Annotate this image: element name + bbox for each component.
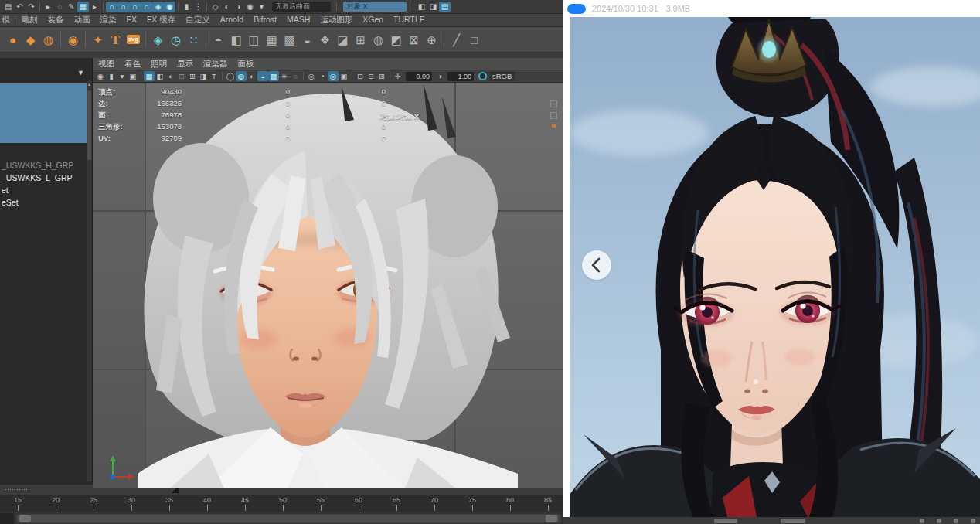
viewport-menu-5[interactable]: 面板: [238, 59, 254, 70]
shelf-tab-运动图形[interactable]: 运动图形: [320, 15, 352, 26]
layout-hypergraph-icon[interactable]: □: [176, 71, 187, 81]
outliner-item[interactable]: _USWKKS_H_GRP: [0, 159, 87, 172]
plugin-display-icon[interactable]: ▣: [339, 71, 349, 81]
view-transform-dropdown[interactable]: sRGB: [489, 71, 515, 81]
target-weld-icon[interactable]: □: [465, 29, 483, 50]
shatter-icon[interactable]: ◩: [387, 29, 405, 50]
subdivide-mesh-icon[interactable]: ▩: [281, 29, 298, 50]
use-all-lights-icon[interactable]: ◒: [257, 71, 268, 81]
layout-four-view-icon[interactable]: ◧: [155, 71, 165, 81]
shelf-tab-mash[interactable]: MASH: [287, 15, 310, 26]
shaded-display-icon[interactable]: ◍: [236, 71, 247, 81]
viewport-menu-1[interactable]: 着色: [124, 59, 141, 70]
panel-resize-strip[interactable]: [0, 484, 93, 495]
range-grip-right[interactable]: [546, 515, 557, 522]
xray-joints-icon[interactable]: ◔: [317, 71, 328, 81]
attribute-editor-toggle-icon[interactable]: ◨: [427, 2, 439, 12]
viewport-menu-4[interactable]: 渲染器: [203, 59, 228, 70]
poly-platonic-icon[interactable]: ◉: [64, 29, 82, 50]
color-management-icon[interactable]: [478, 72, 487, 80]
pane-options-icon[interactable]: ⊞: [376, 71, 387, 81]
viewport-menu-2[interactable]: 照明: [151, 59, 167, 70]
outliner-item[interactable]: eSet: [0, 196, 87, 209]
object-details-icon[interactable]: ◐: [221, 2, 233, 12]
exposure-icon[interactable]: ✛: [393, 71, 403, 81]
field-expand-icon[interactable]: ▾: [256, 2, 267, 12]
gamma-icon[interactable]: ◑: [434, 71, 445, 81]
multi-cut-icon[interactable]: ╱: [447, 29, 465, 50]
select-object-mode-icon[interactable]: ▦: [77, 2, 89, 12]
image-plane-icon[interactable]: ▣: [128, 71, 138, 81]
shelf-tab-fx-缓存[interactable]: FX 缓存: [147, 15, 175, 26]
textured-display-icon[interactable]: ◐: [247, 71, 257, 81]
construction-plane-icon[interactable]: ◈: [149, 29, 167, 50]
symmetry-icon[interactable]: ◇: [209, 2, 221, 12]
modeling-toolkit-toggle-icon[interactable]: ◧: [416, 2, 427, 12]
range-slider-track[interactable]: [16, 514, 561, 523]
range-slider-bar[interactable]: [18, 515, 559, 522]
snap-grid-icon[interactable]: ∩: [106, 2, 117, 12]
mirror-geometry-icon[interactable]: ◫: [245, 29, 263, 50]
toolbar-icon[interactable]: [954, 519, 958, 523]
channel-box-toggle-icon[interactable]: ▤: [439, 2, 451, 12]
poly-count-icon[interactable]: ◑: [233, 2, 244, 12]
wrap-deform-icon[interactable]: ◍: [369, 29, 387, 50]
snap-curve-icon[interactable]: ∩: [117, 2, 129, 12]
shadows-display-icon[interactable]: ▩: [268, 71, 279, 81]
viewport-menu-3[interactable]: 显示: [177, 59, 193, 70]
poly-cube-icon[interactable]: ◆: [22, 29, 39, 50]
layout-outliner-persp-icon[interactable]: ◐: [165, 71, 176, 81]
snap-point-icon[interactable]: ∩: [129, 2, 141, 12]
toolbar-control[interactable]: [781, 519, 805, 523]
poly-sphere-icon[interactable]: ●: [4, 29, 22, 50]
shelf-tab-渲染[interactable]: 渲染: [100, 15, 117, 26]
snap-projected-center-icon[interactable]: ∩: [141, 2, 152, 12]
pane-copy-icon[interactable]: ⊡: [355, 71, 366, 81]
save-icon[interactable]: ▤: [2, 2, 14, 12]
select-tool-icon[interactable]: ▸: [43, 2, 54, 12]
chevron-down-icon[interactable]: ▼: [77, 69, 84, 77]
lasso-select-icon[interactable]: ◌: [54, 2, 66, 12]
sender-avatar-pill[interactable]: [567, 4, 586, 14]
outliner-item[interactable]: _USWKKS_L_GRP: [0, 172, 87, 184]
shelf-tab-雕刻[interactable]: 雕刻: [22, 15, 38, 26]
exposure-field[interactable]: 0.00: [406, 72, 432, 81]
scroll-up-icon[interactable]: ▲: [87, 81, 92, 87]
combine-icon[interactable]: ◓: [209, 29, 227, 50]
redo-icon[interactable]: ↷: [26, 2, 37, 12]
ambient-occlusion-icon[interactable]: ✳: [279, 71, 290, 81]
outliner-scrollbar[interactable]: ▲: [87, 80, 92, 481]
shelf-tab-partial[interactable]: 模: [2, 15, 10, 26]
shelf-tab-arnold[interactable]: Arnold: [220, 15, 243, 26]
bevel-icon[interactable]: ❖: [316, 29, 334, 50]
layout-persp-graph-icon[interactable]: ⊞: [187, 71, 198, 81]
live-surface-field[interactable]: 无激活曲面: [272, 2, 331, 12]
snap-view-plane-icon[interactable]: ◈: [152, 2, 164, 12]
shelf-tab-装备[interactable]: 装备: [48, 15, 64, 26]
outliner-item[interactable]: et: [0, 184, 87, 196]
snap-to-origin-icon[interactable]: ∷: [185, 29, 202, 50]
previous-image-button[interactable]: [582, 250, 611, 280]
paint-select-icon[interactable]: ✎: [66, 2, 77, 12]
toolbar-icon[interactable]: [920, 519, 924, 523]
pane-camera-icon[interactable]: ◉: [95, 71, 106, 81]
pane-paste-icon[interactable]: ⊟: [366, 71, 376, 81]
shelf-tab-fx[interactable]: FX: [127, 15, 137, 26]
selection-highlighting-icon[interactable]: ◉: [244, 2, 256, 12]
toolbar-icon[interactable]: [971, 519, 975, 523]
symmetrize-icon[interactable]: ⊠: [405, 29, 423, 50]
poly-super-shape-icon[interactable]: ✦: [89, 29, 107, 50]
panel-dock-icons[interactable]: [550, 100, 560, 128]
reference-image[interactable]: [570, 17, 980, 517]
scrollbar-thumb[interactable]: [87, 90, 91, 160]
input-connections-icon[interactable]: ▮: [181, 2, 192, 12]
shelf-tab-turtle[interactable]: TURTLE: [393, 15, 425, 26]
outliner-selected-row[interactable]: [0, 83, 87, 143]
undo-icon[interactable]: ↶: [14, 2, 26, 12]
poly-cylinder-icon[interactable]: ◍: [39, 29, 57, 50]
retopologize-icon[interactable]: ⊕: [423, 29, 441, 50]
shelf-tab-自定义[interactable]: 自定义: [185, 15, 210, 26]
current-object-field[interactable]: 对象 X: [343, 2, 407, 12]
viewer-bottom-toolbar[interactable]: [563, 517, 980, 524]
construction-history-icon[interactable]: ⋮: [192, 2, 204, 12]
